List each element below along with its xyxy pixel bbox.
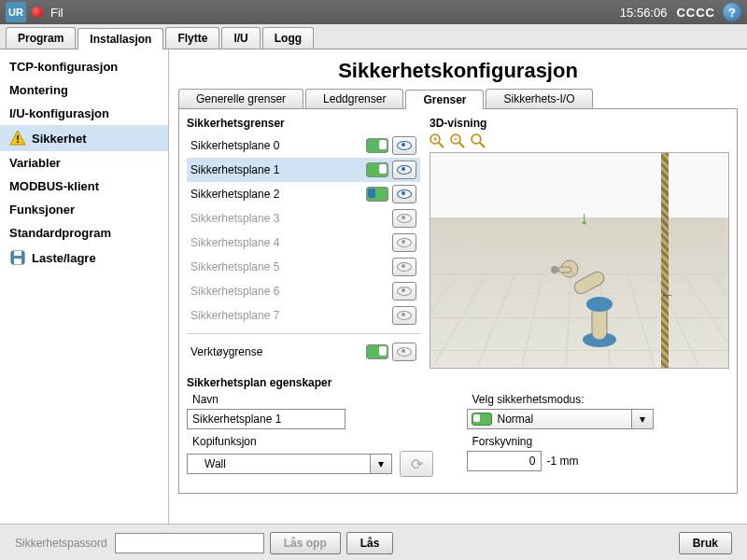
props-heading: Sikkerhetsplan egenskaper [187,376,729,389]
tool-limit-toggle[interactable] [366,344,388,359]
offset-label: Forskyvning [472,435,730,448]
warning-icon: ! [9,130,26,147]
save-icon [9,249,26,266]
copy-select[interactable] [187,454,370,474]
page-title: Sikkerhetskonfigurasjon [178,59,738,83]
down-arrow-icon: ↓ [580,207,589,229]
svg-point-11 [472,134,481,144]
password-input[interactable] [115,533,264,553]
svg-text:!: ! [16,133,20,145]
sub-tab-sikkerhets-i-o[interactable]: Sikkerhets-I/O [486,89,592,108]
plane-eye-button[interactable] [392,136,416,155]
eye-icon [397,141,412,150]
plane-eye-button[interactable] [392,185,416,203]
sidebar-item-funksjoner[interactable]: Funksjoner [0,198,168,221]
tool-limit-eye-button[interactable] [392,343,416,361]
3d-viewer[interactable]: ↓ ← [430,152,729,369]
svg-rect-16 [572,270,607,296]
svg-rect-18 [558,267,571,273]
plane-row[interactable]: Sikkerhetsplane 4 [187,231,420,255]
main-tab-installasjon[interactable]: Installasjon [78,28,163,49]
limits-heading: Sikkerhetsgrenser [187,117,420,130]
apply-button[interactable]: Bruk [679,532,732,554]
zoom-out-icon[interactable] [450,133,465,148]
sidebar-item-laste-lagre[interactable]: Laste/lagre [0,245,168,271]
sub-tab-leddgrenser[interactable]: Leddgrenser [305,89,403,108]
plane-label: Sikkerhetsplane 7 [190,309,392,322]
plane-eye-button[interactable] [392,233,416,252]
plane-label: Sikkerhetsplane 0 [190,139,366,152]
plane-row[interactable]: Sikkerhetsplane 5 [187,255,420,279]
zoom-in-icon[interactable] [430,133,444,148]
plane-label: Sikkerhetsplane 1 [190,163,366,176]
name-input[interactable] [187,409,345,429]
plane-label: Sikkerhetsplane 2 [190,188,366,201]
main-tab-logg[interactable]: Logg [262,27,314,49]
sidebar-item-tcp-konfigurasjon[interactable]: TCP-konfigurasjon [0,55,168,78]
plane-toggle[interactable] [366,187,388,202]
copy-dropdown-button[interactable]: ▾ [370,454,392,474]
sub-tab-grenser[interactable]: Grenser [405,90,484,109]
plane-row[interactable]: Sikkerhetsplane 1 [187,158,420,182]
zoom-reset-icon[interactable] [471,133,486,148]
sub-tab-generelle-grenser[interactable]: Generelle grenser [178,89,303,108]
svg-line-9 [459,143,464,147]
status-text: CCCC [676,6,715,20]
eye-icon [397,189,412,199]
password-label: Sikkerhetspassord [15,537,107,550]
sidebar-item-modbus-klient[interactable]: MODBUS-klient [0,175,168,198]
status-dot-icon [32,7,43,18]
eye-icon [397,347,412,357]
plane-row[interactable]: Sikkerhetsplane 3 [187,206,420,231]
mode-select[interactable]: Normal [467,409,631,429]
plane-eye-button[interactable] [392,258,416,276]
help-icon[interactable]: ? [723,3,741,21]
svg-rect-2 [14,251,21,256]
sidebar-item-sikkerhet[interactable]: !Sikkerhet [0,125,168,151]
mode-dropdown-button[interactable]: ▾ [631,409,654,429]
left-arrow-icon: ← [660,287,675,303]
plane-toggle[interactable] [366,138,388,153]
plane-row[interactable]: Sikkerhetsplane 7 [187,303,420,328]
main-tab-i/u[interactable]: I/U [221,27,260,49]
sidebar-item-i-u-konfigurasjon[interactable]: I/U-konfigurasjon [0,102,168,125]
plane-eye-button[interactable] [392,209,416,228]
mode-toggle-icon [472,413,492,426]
plane-row[interactable]: Sikkerhetsplane 2 [187,182,420,206]
viewer-heading: 3D-visning [430,117,729,130]
mode-value: Normal [498,413,534,426]
plane-toggle[interactable] [366,162,388,177]
sidebar-item-montering[interactable]: Montering [0,78,168,102]
menu-file[interactable]: Fil [50,6,63,20]
sidebar-item-standardprogram[interactable]: Standardprogram [0,221,168,245]
refresh-button[interactable]: ⟳ [400,451,433,477]
offset-unit: -1 mm [547,455,579,468]
robot-graphic [543,239,646,351]
main-tab-flytte[interactable]: Flytte [165,27,219,49]
eye-icon [397,287,412,296]
pole-graphic [661,153,669,368]
eye-icon [397,238,412,247]
plane-row[interactable]: Sikkerhetsplane 0 [187,133,420,158]
plane-row[interactable]: Sikkerhetsplane 6 [187,279,420,303]
plane-label: Sikkerhetsplane 6 [190,285,392,298]
plane-eye-button[interactable] [392,161,416,179]
plane-label: Sikkerhetsplane 3 [190,212,392,225]
main-tab-program[interactable]: Program [6,27,76,49]
clock: 15:56:06 [620,6,668,20]
name-label: Navn [192,393,450,406]
eye-icon [397,311,412,320]
app-logo: UR [6,2,26,22]
copy-label: Kopifunksjon [192,435,450,448]
eye-icon [397,214,412,223]
plane-eye-button[interactable] [392,282,416,301]
mode-label: Velg sikkerhetsmodus: [472,393,730,406]
unlock-button[interactable]: Lås opp [270,532,341,554]
sidebar-item-variabler[interactable]: Variabler [0,151,168,175]
lock-button[interactable]: Lås [346,532,394,554]
svg-point-19 [551,266,558,273]
tool-limit-label: Verktøygrense [190,345,366,358]
offset-input[interactable] [467,451,542,471]
plane-label: Sikkerhetsplane 4 [190,236,392,249]
plane-eye-button[interactable] [392,306,416,325]
